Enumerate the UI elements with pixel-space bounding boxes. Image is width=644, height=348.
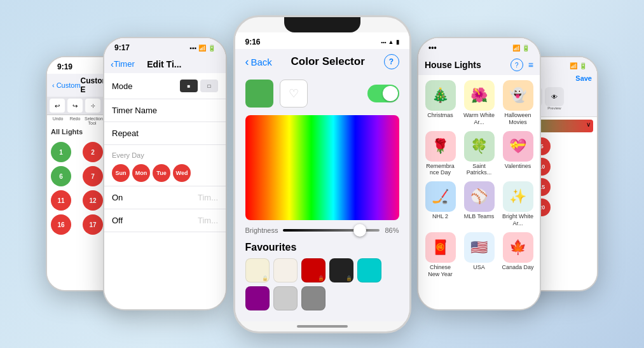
phone-center-screen: 9:16 ••• ▲ ▮ ‹ Back Color Selector ? xyxy=(235,32,409,321)
time-left2: 9:17 xyxy=(114,43,130,52)
house-nav: House Lights ? ≡ xyxy=(418,55,540,75)
chevron-left-icon: ‹ xyxy=(52,81,55,89)
app-usa[interactable]: 🇺🇸 USA xyxy=(462,232,496,278)
signal-icon: ▪▪▪ xyxy=(189,45,196,52)
timer-back[interactable]: ‹ Timer xyxy=(111,59,135,69)
phone-right1-screen: ••• 📶 🔋 House Lights ? ≡ 🎄 Christmas xyxy=(418,38,540,309)
app-warm-white[interactable]: 🌺 Warm White Ar... xyxy=(462,80,496,126)
time-right1: ••• xyxy=(428,43,437,52)
heart-favorite-btn[interactable]: ♡ xyxy=(280,80,308,108)
chevron-back-icon: ‹ xyxy=(245,55,249,69)
app-icon-bright-white: ✨ xyxy=(503,181,533,212)
app-label-valentines: Valentines xyxy=(505,163,531,170)
phone-left2-screen: 9:17 ▪▪▪ 📶 🔋 ‹ Timer Edit Ti... Mode xyxy=(104,38,226,309)
app-label-christmas: Christmas xyxy=(427,112,453,119)
color-top-row: ♡ xyxy=(245,80,399,108)
app-icon-chinese: 🧧 xyxy=(425,232,456,263)
light-16[interactable]: 16 xyxy=(51,214,71,235)
light-6[interactable]: 6 xyxy=(51,166,71,186)
app-christmas[interactable]: 🎄 Christmas xyxy=(423,80,457,126)
status-icons-left2: ▪▪▪ 📶 🔋 xyxy=(189,45,216,52)
app-icon-nhl2: 🏒 xyxy=(425,181,456,212)
app-icon-christmas: 🎄 xyxy=(425,80,456,111)
mode-toggle[interactable]: ■ □ xyxy=(180,80,218,92)
light-17[interactable]: 17 xyxy=(83,214,103,235)
menu-icon-right1[interactable]: ≡ xyxy=(528,60,533,70)
fav-swatch-4[interactable]: 🔒 xyxy=(329,258,353,282)
nav-title-center: Color Selector xyxy=(291,55,365,68)
nav-back-center[interactable]: ‹ Back xyxy=(245,55,272,69)
fav-swatch-8[interactable] xyxy=(301,286,325,310)
app-label-usa: USA xyxy=(473,264,485,271)
battery-right1-icon: 🔋 xyxy=(522,45,530,52)
app-mlb[interactable]: ⚾ MLB Teams xyxy=(462,181,496,227)
app-bright-white[interactable]: ✨ Bright White Ar... xyxy=(501,181,535,227)
brightness-thumb[interactable] xyxy=(353,224,366,237)
app-label-nhl2: NHL 2 xyxy=(432,213,448,220)
status-bar-left2: 9:17 ▪▪▪ 📶 🔋 xyxy=(104,38,226,55)
app-halloween[interactable]: 👻 Halloween Movies xyxy=(501,80,535,126)
preview-icon: 👁 xyxy=(545,87,564,106)
fav-swatch-7[interactable] xyxy=(273,286,298,310)
status-icons-center: ••• ▲ ▮ xyxy=(381,39,399,45)
r-light-empty2 xyxy=(565,158,582,176)
color-picker-content: ♡ Brightness 86% Favourites 🔒 xyxy=(235,74,409,316)
timer-name-label: Timer Name xyxy=(112,106,157,115)
help-icon-right1[interactable]: ? xyxy=(510,59,523,71)
light-1[interactable]: 1 xyxy=(51,142,71,162)
selection-tool-btn[interactable]: ⊹ xyxy=(85,99,100,113)
light-7[interactable]: 7 xyxy=(83,166,103,186)
save-btn[interactable]: Save xyxy=(575,74,592,82)
day-wed[interactable]: Wed xyxy=(173,164,191,182)
on-value: Tim... xyxy=(198,193,218,202)
wifi-right1-icon: 📶 xyxy=(512,45,520,52)
back-left1[interactable]: ‹ Custom xyxy=(52,81,81,89)
every-day-label: Every Day xyxy=(112,151,144,159)
help-btn-center[interactable]: ? xyxy=(384,54,399,69)
mode-label: Mode xyxy=(112,81,133,91)
phone-left2: 9:17 ▪▪▪ 📶 🔋 ‹ Timer Edit Ti... Mode xyxy=(103,37,227,310)
house-nav-icons: ? ≡ xyxy=(510,59,533,71)
app-canada[interactable]: 🍁 Canada Day xyxy=(501,232,535,278)
app-valentines[interactable]: 💝 Valentines xyxy=(501,131,535,177)
undo-btn[interactable]: ↩ xyxy=(50,99,65,113)
app-label-halloween: Halloween Movies xyxy=(501,112,535,126)
signal-center-icon: ••• xyxy=(381,39,386,45)
selected-color-swatch[interactable] xyxy=(245,80,273,108)
app-nhl2[interactable]: 🏒 NHL 2 xyxy=(423,181,457,227)
mode-btn-2[interactable]: □ xyxy=(200,80,218,92)
day-mon[interactable]: Mon xyxy=(132,164,150,182)
phone-right1: ••• 📶 🔋 House Lights ? ≡ 🎄 Christmas xyxy=(417,37,541,310)
app-label-saint-patricks: Saint Patricks... xyxy=(462,163,496,177)
app-icon-warm-white: 🌺 xyxy=(464,80,495,111)
day-tue[interactable]: Tue xyxy=(153,164,170,182)
preview-label: Preview xyxy=(545,106,564,110)
mode-btn-1[interactable]: ■ xyxy=(180,80,198,92)
light-11[interactable]: 11 xyxy=(51,190,71,211)
app-icon-saint-patricks: 🍀 xyxy=(464,131,495,162)
fav-swatch-1[interactable]: 🔒 xyxy=(245,258,270,282)
app-chinese[interactable]: 🧧 Chinese New Year xyxy=(423,232,457,278)
on-off-toggle[interactable] xyxy=(367,85,399,102)
battery-center-icon: ▮ xyxy=(396,39,399,45)
light-12[interactable]: 12 xyxy=(83,190,103,211)
app-remembrance[interactable]: 🌹 Remembra nce Day xyxy=(423,131,457,177)
day-sun[interactable]: Sun xyxy=(112,164,130,182)
preview-tool[interactable]: 👁 Preview xyxy=(545,87,564,114)
fav-swatch-6[interactable] xyxy=(245,286,270,310)
app-saint-patricks[interactable]: 🍀 Saint Patricks... xyxy=(462,131,496,177)
phone-center: 9:16 ••• ▲ ▮ ‹ Back Color Selector ? xyxy=(233,15,411,333)
color-gradient-picker[interactable] xyxy=(245,115,399,220)
brightness-track[interactable] xyxy=(283,229,380,232)
fav-swatch-2[interactable] xyxy=(273,258,298,282)
status-icons-right2: 📶 🔋 xyxy=(570,62,587,69)
fav-swatch-5[interactable] xyxy=(357,258,381,282)
fav-swatch-3[interactable]: 🔒 xyxy=(301,258,325,282)
light-2[interactable]: 2 xyxy=(83,142,103,162)
wifi-right2-icon: 📶 xyxy=(570,62,577,69)
battery-icon: 🔋 xyxy=(208,45,216,52)
r-light-empty3 xyxy=(565,178,582,196)
home-bar-center[interactable] xyxy=(297,325,348,328)
redo-btn[interactable]: ↪ xyxy=(67,99,83,113)
wifi-center-icon: ▲ xyxy=(388,39,394,45)
